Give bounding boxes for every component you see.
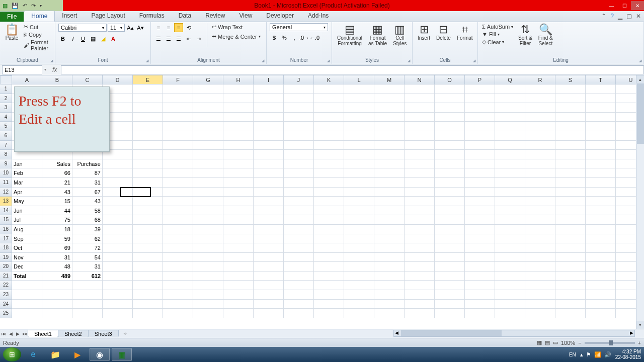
cell[interactable] [103,225,133,234]
minimize-ribbon-icon[interactable]: ⌃ [601,13,606,20]
cell[interactable] [163,262,193,272]
horizontal-scrollbar[interactable]: ◀ ▶ [393,330,635,337]
wrap-text-button[interactable]: ↩Wrap Text [211,23,262,31]
row-header[interactable]: 15 [0,215,12,225]
cell[interactable] [586,103,616,113]
cell[interactable] [223,243,254,253]
cell[interactable] [12,281,42,290]
cell[interactable] [163,309,193,318]
cell[interactable] [193,197,223,206]
cell[interactable] [284,113,314,122]
cell[interactable] [586,188,616,197]
cell[interactable] [495,188,525,197]
cell[interactable] [284,178,314,188]
cell[interactable] [133,206,163,216]
cell[interactable] [435,272,465,281]
shrink-font-button[interactable]: A▾ [136,23,145,32]
cell[interactable] [133,113,163,122]
cell[interactable] [42,290,72,300]
column-header[interactable]: C [72,75,103,84]
cell[interactable] [42,300,72,309]
cell[interactable]: 43 [42,188,72,197]
cell[interactable] [405,150,435,159]
cell[interactable] [495,272,525,281]
cell[interactable] [435,234,465,244]
cell[interactable] [254,122,284,131]
cell[interactable] [586,122,616,131]
cell[interactable] [555,168,586,178]
row-header[interactable]: 4 [0,113,12,122]
cell[interactable] [254,168,284,178]
cell[interactable] [435,84,465,94]
sort-filter-button[interactable]: ⇅Sort & Filter [516,23,534,47]
cell[interactable] [133,253,163,262]
cell[interactable] [525,150,555,159]
format-as-table-button[interactable]: ▦Format as Table [366,23,389,47]
column-header[interactable]: S [555,75,586,84]
row-header[interactable]: 21 [0,272,12,281]
cell[interactable] [586,234,616,244]
cell[interactable] [103,159,133,169]
cell[interactable] [405,300,435,309]
cell[interactable] [314,103,344,113]
cell[interactable] [374,281,405,290]
cell[interactable] [465,243,495,253]
cell[interactable] [525,113,555,122]
cell[interactable] [223,150,254,159]
decrease-decimal-button[interactable]: ←.0 [310,33,319,42]
column-header[interactable]: O [435,75,465,84]
cell[interactable] [133,168,163,178]
cell[interactable] [314,215,344,225]
cell[interactable] [254,272,284,281]
cell[interactable] [223,141,254,150]
row-header[interactable]: 17 [0,234,12,244]
row-header[interactable]: 10 [0,168,12,178]
cell[interactable]: 59 [42,234,72,244]
cell[interactable] [465,300,495,309]
cell[interactable] [495,178,525,188]
cell[interactable] [193,309,223,318]
cell[interactable] [405,122,435,131]
cell[interactable] [163,300,193,309]
cell[interactable] [254,206,284,216]
cell[interactable] [495,215,525,225]
cell[interactable]: Jun [12,206,42,216]
cell[interactable] [405,178,435,188]
cell[interactable]: 67 [72,188,103,197]
cell[interactable] [284,131,314,141]
cell[interactable]: Nov [12,253,42,262]
cell[interactable] [254,243,284,253]
maximize-button[interactable]: ☐ [618,1,631,10]
cell[interactable] [465,206,495,216]
cell[interactable] [133,309,163,318]
cell[interactable] [193,272,223,281]
cell[interactable] [223,215,254,225]
cell[interactable] [193,168,223,178]
cell[interactable] [374,262,405,272]
cell[interactable] [163,206,193,216]
cell[interactable] [193,103,223,113]
cell[interactable] [525,215,555,225]
cell[interactable] [42,281,72,290]
cell[interactable] [223,178,254,188]
cell[interactable] [525,262,555,272]
cell[interactable] [495,309,525,318]
view-layout-icon[interactable]: ▤ [545,339,550,346]
cell[interactable] [465,272,495,281]
cell[interactable] [495,253,525,262]
cell[interactable] [344,272,374,281]
cell[interactable] [133,150,163,159]
cell[interactable] [586,159,616,169]
cell[interactable] [405,272,435,281]
cell[interactable] [254,94,284,104]
cell[interactable] [254,300,284,309]
align-middle-button[interactable]: ≡ [164,23,173,32]
cell[interactable] [344,122,374,131]
cell[interactable] [223,113,254,122]
taskbar-media-icon[interactable]: ▶ [67,348,88,361]
cell[interactable] [525,206,555,216]
cell[interactable] [223,168,254,178]
cell[interactable]: 72 [72,243,103,253]
cell[interactable] [374,253,405,262]
cell[interactable] [405,113,435,122]
